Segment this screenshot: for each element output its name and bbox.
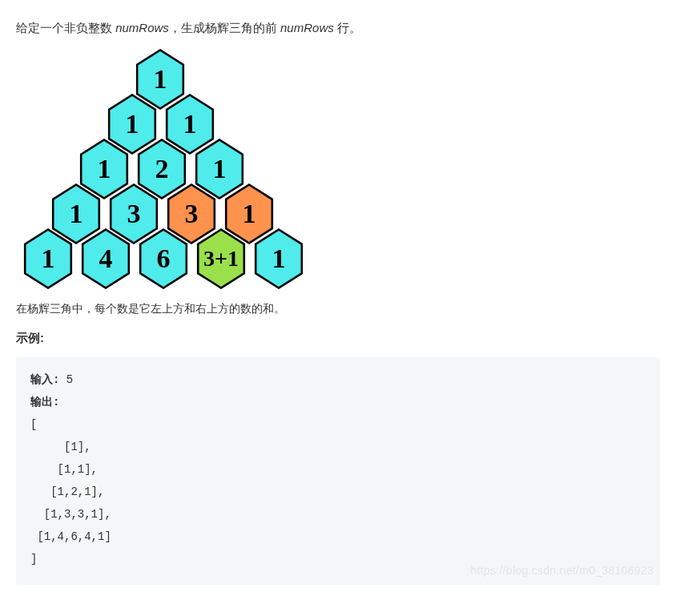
hex-value: 3 — [166, 186, 217, 242]
hex-value: 1 — [22, 231, 74, 287]
triangle-row: 121 — [19, 147, 657, 191]
hex-value: 6 — [138, 231, 189, 287]
hex-value: 3 — [108, 186, 159, 242]
triangle-row: 1463+11 — [19, 236, 657, 281]
triangle-row: 1331 — [19, 191, 657, 236]
watermark: https://blog.csdn.net/m0_38106923 — [470, 559, 654, 582]
desc-var-1: numRows — [115, 21, 169, 34]
hex-value: 1 — [78, 141, 130, 197]
input-value: 5 — [59, 373, 73, 386]
hex-value: 1 — [253, 231, 304, 287]
triangle-row: 11 — [19, 102, 657, 147]
hex-value: 3+1 — [195, 231, 247, 287]
example-code-block: 输入: 5 输出: [ [1], [1,1], [1,2,1], [1,3,3,… — [16, 357, 660, 585]
problem-description: 给定一个非负整数 numRows，生成杨辉三角的前 numRows 行。 — [16, 18, 660, 38]
input-label: 输入: — [30, 373, 59, 386]
desc-post: 行。 — [334, 21, 361, 34]
hex-value: 4 — [80, 231, 131, 287]
hex-value: 2 — [136, 141, 187, 197]
desc-var-2: numRows — [280, 21, 334, 34]
desc-pre: 给定一个非负整数 — [16, 21, 115, 34]
example-heading: 示例: — [16, 331, 660, 346]
hex-value: 1 — [135, 51, 186, 107]
output-label: 输出: — [30, 396, 59, 409]
hex-value: 1 — [164, 96, 215, 152]
hex-value: 1 — [194, 141, 245, 197]
output-body: [ [1], [1,1], [1,2,1], [1,3,3,1], [1,4,6… — [30, 418, 111, 566]
triangle-row: 1 — [19, 57, 657, 102]
hex-value: 1 — [223, 186, 275, 242]
hex-value: 1 — [50, 186, 102, 242]
pascal-triangle-figure: 11112113311463+11 — [16, 49, 660, 289]
hex-value: 1 — [107, 96, 158, 152]
triangle-note: 在杨辉三角中，每个数是它左上方和右上方的数的和。 — [16, 302, 660, 316]
desc-mid: ，生成杨辉三角的前 — [169, 21, 280, 34]
